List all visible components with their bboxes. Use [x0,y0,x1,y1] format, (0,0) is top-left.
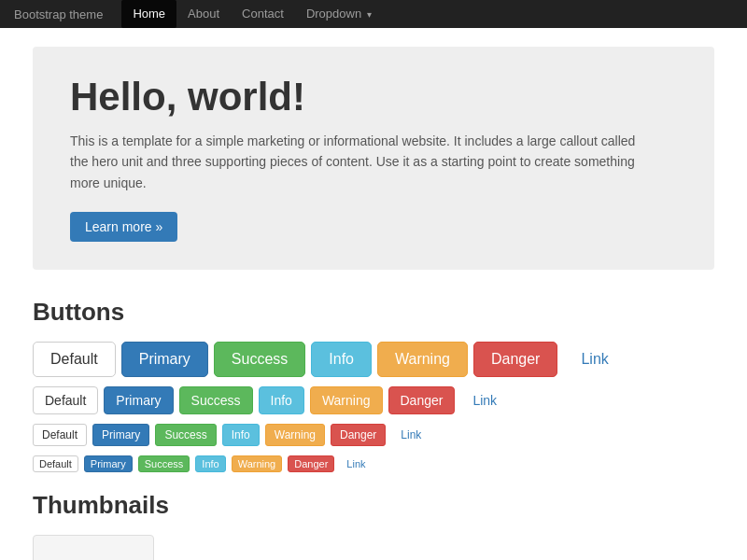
btn-danger-md[interactable]: Danger [388,386,456,414]
navbar-brand[interactable]: Bootstrap theme [14,7,103,21]
btn-info-lg[interactable]: Info [311,342,372,377]
btn-default-lg[interactable]: Default [33,342,116,377]
btn-warning-lg[interactable]: Warning [377,342,468,377]
btn-danger-sm[interactable]: Danger [331,424,386,446]
btn-warning-sm[interactable]: Warning [265,424,325,446]
learn-more-button[interactable]: Learn more » [70,212,177,242]
nav-item-home[interactable]: Home [121,0,176,29]
btn-success-xs[interactable]: Success [138,455,190,472]
nav-link-contact[interactable]: Contact [231,0,295,28]
nav-item-dropdown[interactable]: Dropdown ▾ [295,0,383,29]
btn-primary-lg[interactable]: Primary [121,342,208,377]
btn-link-sm[interactable]: Link [391,424,430,446]
btn-primary-xs[interactable]: Primary [84,455,133,472]
btn-success-md[interactable]: Success [179,386,253,414]
btn-info-sm[interactable]: Info [222,424,260,446]
btn-info-xs[interactable]: Info [195,455,225,472]
navbar: Bootstrap theme Home About Contact Dropd… [0,0,747,28]
btn-primary-sm[interactable]: Primary [92,424,149,446]
button-row-large: Default Primary Success Info Warning Dan… [33,342,714,377]
thumbnail-item[interactable]: 200x200 [33,535,154,560]
nav-item-contact[interactable]: Contact [231,0,295,29]
hero-title: Hello, world! [70,75,677,119]
btn-warning-md[interactable]: Warning [310,386,383,414]
btn-default-xs[interactable]: Default [33,455,78,472]
btn-success-sm[interactable]: Success [155,424,216,446]
btn-primary-md[interactable]: Primary [104,386,173,414]
hero-description: This is a template for a simple marketin… [70,131,649,193]
btn-link-md[interactable]: Link [460,386,509,414]
btn-link-lg[interactable]: Link [563,342,626,377]
btn-default-md[interactable]: Default [33,386,98,414]
nav-link-about[interactable]: About [176,0,231,28]
btn-info-md[interactable]: Info [259,386,304,414]
btn-danger-xs[interactable]: Danger [288,455,334,472]
btn-link-xs[interactable]: Link [340,455,372,472]
thumbnails-section-title: Thumbnails [33,491,714,520]
nav-link-home[interactable]: Home [121,0,176,28]
btn-danger-lg[interactable]: Danger [473,342,557,377]
thumbnails-section: Thumbnails 200x200 [33,491,714,560]
buttons-section-title: Buttons [33,298,714,327]
button-row-small: Default Primary Success Info Warning Dan… [33,424,714,446]
nav-item-about[interactable]: About [176,0,231,29]
button-row-default: Default Primary Success Info Warning Dan… [33,386,714,414]
button-row-xsmall: Default Primary Success Info Warning Dan… [33,455,714,472]
btn-success-lg[interactable]: Success [214,342,305,377]
buttons-section: Buttons Default Primary Success Info War… [33,298,714,472]
btn-warning-xs[interactable]: Warning [232,455,283,472]
main-content: Hello, world! This is a template for a s… [19,28,728,560]
navbar-nav: Home About Contact Dropdown ▾ [121,0,382,29]
nav-link-dropdown[interactable]: Dropdown ▾ [295,0,383,29]
hero-section: Hello, world! This is a template for a s… [33,47,714,270]
chevron-down-icon: ▾ [367,9,372,20]
btn-default-sm[interactable]: Default [33,424,87,446]
